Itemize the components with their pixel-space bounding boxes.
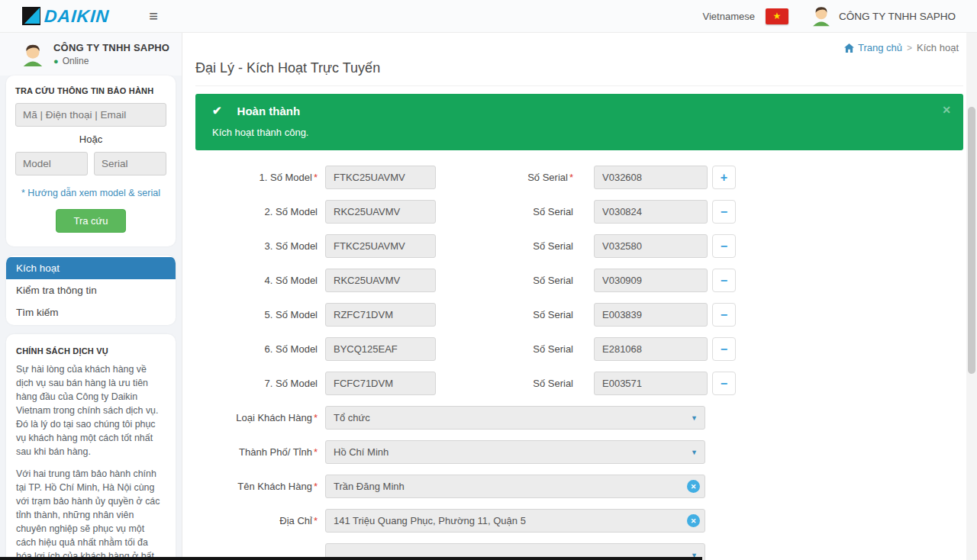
product-row-7: 7. Số Model Số Serial −: [195, 372, 963, 395]
home-icon: [844, 43, 854, 53]
clear-field-icon[interactable]: ✕: [687, 514, 700, 527]
sidebar-user-status: ● Online: [53, 56, 169, 66]
remove-row-button[interactable]: −: [712, 200, 736, 224]
customer-name-input[interactable]: [325, 475, 705, 498]
serial-label: Số Serial: [436, 378, 573, 389]
sidebar-user-panel: CÔNG TY TNHH SAPHO ● Online: [0, 33, 182, 76]
serial-input[interactable]: [594, 372, 708, 395]
vietnam-flag-icon[interactable]: ★: [766, 8, 788, 24]
model-input[interactable]: [325, 372, 436, 395]
warranty-search-card: TRA CỨU THÔNG TIN BẢO HÀNH Hoặc * Hướng …: [6, 76, 176, 246]
topbar-user-menu[interactable]: CÔNG TY TNHH SAPHO: [810, 5, 956, 27]
remove-row-button[interactable]: −: [712, 372, 736, 395]
model-label: 3. Số Model: [195, 240, 318, 252]
user-avatar-icon: [810, 5, 833, 27]
product-row-3: 3. Số Model Số Serial −: [195, 234, 963, 258]
city-select[interactable]: Hồ Chí Minh ▼: [325, 440, 705, 464]
hamburger-menu-icon[interactable]: ≡: [149, 8, 158, 24]
policy-heading: CHÍNH SÁCH DỊCH VỤ: [16, 346, 166, 356]
search-card-heading: TRA CỨU THÔNG TIN BẢO HÀNH: [15, 86, 166, 95]
activation-form: 1. Số Model* Số Serial* + 2. Số Model Số…: [195, 166, 963, 560]
online-dot-icon: ●: [53, 56, 59, 66]
serial-input[interactable]: [594, 200, 708, 224]
alert-message: Kích hoạt thành công.: [212, 127, 950, 138]
product-row-4: 4. Số Model Số Serial −: [195, 269, 963, 292]
serial-input[interactable]: [594, 166, 708, 189]
minus-icon: −: [721, 206, 727, 218]
sidebar: CÔNG TY TNHH SAPHO ● Online TRA CỨU THÔN…: [0, 33, 182, 560]
model-input[interactable]: [325, 303, 436, 327]
remove-row-button[interactable]: −: [712, 303, 736, 327]
service-policy-card: CHÍNH SÁCH DỊCH VỤ Sự hài lòng của khách…: [6, 334, 176, 560]
daikin-logo[interactable]: DAIKIN: [21, 6, 109, 27]
scrollbar-thumb[interactable]: [968, 107, 975, 374]
policy-paragraph-2: Với hai trung tâm bảo hành chính tại TP.…: [16, 468, 166, 560]
serial-label: Số Serial: [436, 275, 573, 286]
remove-row-button[interactable]: −: [712, 269, 736, 292]
minus-icon: −: [721, 309, 727, 321]
sidebar-user-name: CÔNG TY TNHH SAPHO: [53, 42, 169, 53]
model-label: 2. Số Model: [195, 206, 318, 217]
title-divider: [195, 85, 963, 86]
serial-search-input[interactable]: [94, 152, 166, 175]
main-content: Trang chủ > Kích hoạt Đại Lý - Kích Hoạt…: [182, 33, 966, 560]
model-search-input[interactable]: [15, 152, 88, 175]
address-label: Địa Chỉ*: [195, 515, 318, 526]
topbar-right: Vietnamese ★ CÔNG TY TNHH SAPHO: [703, 5, 977, 27]
daikin-wordmark: DAIKIN: [44, 6, 110, 27]
minus-icon: −: [721, 240, 727, 253]
model-input[interactable]: [325, 337, 436, 361]
customer-type-row: Loại Khách Hàng* Tổ chức ▼: [195, 406, 963, 430]
serial-input[interactable]: [594, 269, 708, 292]
serial-input[interactable]: [594, 303, 708, 327]
sidebar-nav: Kích hoạt Kiểm tra thông tin Tìm kiếm: [6, 256, 176, 325]
serial-input[interactable]: [594, 337, 708, 361]
product-row-5: 5. Số Model Số Serial −: [195, 303, 963, 327]
search-submit-button[interactable]: Tra cứu: [56, 209, 125, 233]
model-label: 6. Số Model: [195, 343, 318, 355]
product-row-1: 1. Số Model* Số Serial* +: [195, 166, 963, 189]
product-row-2: 2. Số Model Số Serial −: [195, 200, 963, 224]
code-phone-email-input[interactable]: [15, 103, 166, 127]
breadcrumb-home-link[interactable]: Trang chủ: [844, 42, 902, 53]
bottom-edge-band: [0, 557, 702, 560]
sidebar-item-tim-kiem[interactable]: Tìm kiếm: [6, 301, 176, 323]
online-label: Online: [63, 56, 89, 66]
model-input[interactable]: [325, 200, 436, 224]
city-row: Thành Phố/ Tỉnh* Hồ Chí Minh ▼: [195, 440, 963, 464]
breadcrumb-current: Kích hoạt: [917, 42, 959, 53]
plus-icon: +: [721, 172, 727, 184]
address-input[interactable]: [325, 509, 705, 533]
model-label: 1. Số Model*: [195, 172, 318, 183]
alert-close-icon[interactable]: ✕: [942, 104, 951, 116]
sidebar-item-kich-hoat[interactable]: Kích hoạt: [6, 257, 176, 279]
model-input[interactable]: [325, 269, 436, 292]
minus-icon: −: [721, 378, 727, 390]
model-label: 4. Số Model: [195, 275, 318, 286]
minus-icon: −: [721, 275, 727, 287]
model-input[interactable]: [325, 166, 436, 189]
serial-input[interactable]: [594, 234, 708, 258]
sidebar-item-kiem-tra-thong-tin[interactable]: Kiểm tra thông tin: [6, 279, 176, 301]
alert-title: Hoàn thành: [237, 105, 301, 117]
policy-paragraph-1: Sự hài lòng của khách hàng về dịch vụ sa…: [16, 363, 166, 459]
serial-label: Số Serial*: [436, 172, 573, 183]
serial-label: Số Serial: [436, 309, 573, 320]
remove-row-button[interactable]: −: [712, 234, 736, 258]
minus-icon: −: [721, 343, 727, 356]
top-bar: DAIKIN ≡ Vietnamese ★ CÔNG TY TNHH SAPHO: [0, 0, 977, 33]
language-label[interactable]: Vietnamese: [703, 11, 755, 22]
remove-row-button[interactable]: −: [712, 337, 736, 361]
or-divider-label: Hoặc: [15, 134, 166, 145]
add-row-button[interactable]: +: [712, 166, 736, 189]
caret-down-icon: ▼: [691, 414, 698, 422]
model-serial-guide-link[interactable]: * Hướng dẫn xem model & serial: [15, 188, 166, 198]
customer-name-row: Tên Khách Hàng* ✕: [195, 475, 963, 498]
clear-field-icon[interactable]: ✕: [687, 480, 700, 493]
model-input[interactable]: [325, 234, 436, 258]
model-label: 5. Số Model: [195, 309, 318, 320]
customer-type-select[interactable]: Tổ chức ▼: [325, 406, 705, 430]
page-title: Đại Lý - Kích Hoạt Trực Tuyến: [195, 60, 963, 76]
product-row-6: 6. Số Model Số Serial −: [195, 337, 963, 361]
check-icon: ✔: [212, 104, 222, 117]
